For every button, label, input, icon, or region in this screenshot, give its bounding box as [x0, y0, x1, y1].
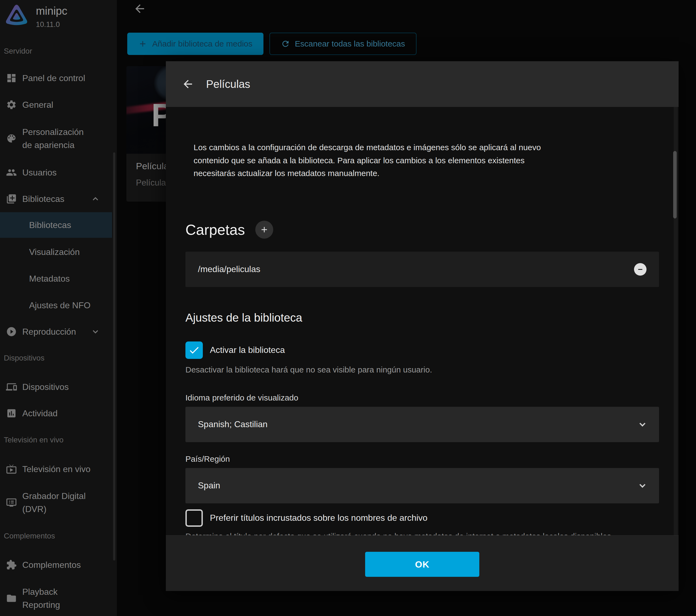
dialog-body: Los cambios a la configuración de descar…: [166, 107, 679, 591]
prefer-embedded-titles-checkbox[interactable]: [186, 509, 203, 527]
enable-library-label: Activar la biblioteca: [210, 345, 285, 355]
language-label: Idioma preferido de visualizado: [186, 392, 659, 403]
remove-folder-button[interactable]: [634, 263, 647, 276]
folder-path: /media/peliculas: [198, 264, 260, 274]
language-select[interactable]: Spanish; Castilian: [186, 407, 659, 442]
enable-library-row: Activar la biblioteca: [186, 341, 659, 359]
folders-heading: Carpetas: [186, 221, 245, 238]
dialog-scrollbar-track[interactable]: [674, 107, 678, 536]
folders-heading-row: Carpetas: [186, 221, 659, 238]
library-settings-dialog: Películas Los cambios a la configuración…: [166, 61, 679, 591]
ok-button[interactable]: OK: [365, 552, 479, 577]
add-folder-button[interactable]: [255, 221, 273, 238]
library-settings-heading: Ajustes de la biblioteca: [186, 310, 659, 325]
dialog-title: Películas: [206, 78, 250, 90]
dialog-scrollbar-thumb[interactable]: [673, 151, 677, 218]
prefer-embedded-titles-label: Preferir títulos incrustados sobre los n…: [210, 513, 427, 523]
enable-library-checkbox[interactable]: [186, 341, 203, 359]
chevron-down-icon: [637, 419, 648, 430]
screen: minipc 10.11.0 Servidor Panel de control…: [0, 0, 696, 616]
chevron-down-icon: [637, 480, 648, 491]
dialog-footer: OK: [166, 535, 679, 591]
minus-icon: [637, 266, 644, 273]
language-value: Spanish; Castilian: [198, 419, 268, 429]
plus-icon: [260, 225, 269, 234]
metadata-note: Los cambios a la configuración de descar…: [193, 141, 566, 180]
prefer-embedded-titles-row: Preferir títulos incrustados sobre los n…: [186, 509, 659, 527]
check-icon: [188, 344, 200, 356]
folder-row[interactable]: /media/peliculas: [186, 252, 659, 287]
country-value: Spain: [198, 480, 220, 491]
enable-library-description: Desactivar la biblioteca hará que no sea…: [186, 365, 659, 375]
country-label: País/Región: [186, 454, 659, 464]
country-select[interactable]: Spain: [186, 468, 659, 503]
dialog-header: Películas: [166, 61, 679, 107]
dialog-back-button[interactable]: [181, 78, 194, 90]
